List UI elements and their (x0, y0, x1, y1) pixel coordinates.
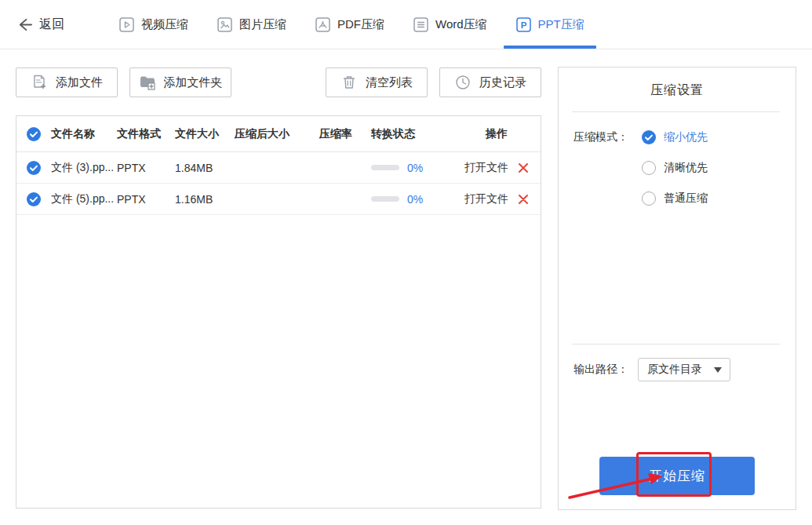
row-checkbox[interactable] (27, 161, 41, 175)
file-size: 1.84MB (175, 162, 235, 174)
compression-tabs: 视频压缩 图片压缩 PDF压缩 (119, 0, 584, 49)
radio-unchecked-icon (642, 161, 656, 175)
clear-list-button[interactable]: 清空列表 (326, 67, 428, 97)
col-header-status: 转换状态 (371, 127, 453, 141)
col-header-ratio: 压缩率 (319, 127, 371, 141)
col-header-size: 文件大小 (175, 127, 235, 141)
tab-video-compress[interactable]: 视频压缩 (119, 0, 188, 49)
tab-pdf-compress[interactable]: PDF压缩 (315, 0, 384, 49)
tab-label: Word压缩 (435, 17, 487, 32)
tab-image-compress[interactable]: 图片压缩 (217, 0, 286, 49)
divider (572, 344, 780, 345)
dropdown-caret-icon (714, 367, 722, 373)
history-button[interactable]: 历史记录 (439, 67, 541, 97)
add-file-label: 添加文件 (56, 75, 103, 90)
file-list-panel: 文件名称 文件格式 文件大小 压缩后大小 压缩率 转换状态 操作 文件 (3).… (16, 115, 541, 509)
output-path-dropdown[interactable]: 原文件目录 (638, 358, 730, 381)
file-size: 1.16MB (175, 193, 235, 206)
mode-label: 压缩模式： (573, 130, 642, 222)
mode-option-label: 缩小优先 (664, 130, 708, 144)
clear-list-label: 清空列表 (366, 75, 413, 90)
mode-option-label: 普通压缩 (664, 191, 708, 206)
file-name: 文件 (5).pp... (51, 192, 117, 206)
open-file-link[interactable]: 打开文件 (464, 161, 508, 175)
back-button[interactable]: 返回 (17, 16, 64, 33)
file-format: PPTX (117, 193, 175, 206)
row-checkbox[interactable] (27, 192, 41, 206)
mode-option-clarity-priority[interactable]: 清晰优先 (642, 161, 708, 175)
col-header-name: 文件名称 (51, 127, 117, 141)
top-nav-bar: 返回 视频压缩 图片压缩 (0, 0, 812, 49)
progress-percent: 0% (407, 193, 423, 206)
add-folder-label: 添加文件夹 (164, 75, 223, 90)
tab-ppt-compress[interactable]: P PPT压缩 (516, 0, 584, 49)
history-label: 历史记录 (479, 75, 526, 90)
progress-bar (371, 165, 399, 170)
mode-options: 缩小优先 清晰优先 普通压缩 (642, 130, 708, 222)
table-row: 文件 (3).pp... PPTX 1.84MB 0% 打开文件 (16, 152, 541, 184)
ppt-icon: P (516, 17, 531, 32)
back-arrow-icon (17, 17, 32, 32)
image-icon (217, 17, 232, 32)
mode-option-shrink-priority[interactable]: 缩小优先 (642, 130, 708, 144)
add-folder-button[interactable]: 添加文件夹 (129, 67, 231, 97)
conversion-status: 0% (371, 193, 453, 206)
col-header-format: 文件格式 (117, 127, 175, 141)
output-path-label: 输出路径： (573, 363, 638, 377)
file-format: PPTX (117, 162, 175, 174)
mode-option-label: 清晰优先 (664, 161, 708, 175)
add-file-button[interactable]: 添加文件 (16, 67, 118, 97)
file-name: 文件 (3).pp... (51, 161, 117, 175)
table-row: 文件 (5).pp... PPTX 1.16MB 0% 打开文件 (16, 184, 541, 215)
col-header-after-size: 压缩后大小 (235, 127, 319, 141)
word-icon (413, 17, 428, 32)
table-header: 文件名称 文件格式 文件大小 压缩后大小 压缩率 转换状态 操作 (16, 116, 541, 152)
tab-label: PDF压缩 (337, 17, 384, 32)
conversion-status: 0% (371, 162, 453, 174)
progress-percent: 0% (407, 162, 423, 174)
radio-unchecked-icon (642, 191, 656, 206)
mode-option-normal-compress[interactable]: 普通压缩 (642, 191, 708, 206)
active-tab-underline (504, 46, 596, 49)
output-path-value: 原文件目录 (647, 363, 702, 377)
add-file-icon (31, 74, 48, 91)
svg-text:P: P (520, 20, 526, 29)
radio-checked-icon (642, 130, 656, 144)
tab-label: PPT压缩 (538, 17, 584, 32)
start-compress-button[interactable]: 开始压缩 (599, 457, 755, 495)
remove-file-icon[interactable] (518, 194, 529, 205)
trash-icon (340, 74, 358, 91)
tab-word-compress[interactable]: Word压缩 (413, 0, 487, 49)
app-window: 返回 视频压缩 图片压缩 (0, 0, 812, 525)
play-icon (119, 17, 134, 32)
col-header-action: 操作 (453, 127, 541, 141)
tab-label: 图片压缩 (239, 17, 286, 32)
back-label: 返回 (39, 16, 64, 33)
settings-title: 压缩设置 (559, 67, 796, 99)
open-file-link[interactable]: 打开文件 (464, 192, 508, 206)
remove-file-icon[interactable] (518, 162, 529, 173)
progress-bar (371, 196, 399, 202)
compression-settings-panel: 压缩设置 压缩模式： 缩小优先 清晰优先 普通压缩 (558, 67, 796, 510)
add-folder-icon (139, 74, 156, 91)
tab-label: 视频压缩 (141, 17, 188, 32)
clock-icon (454, 74, 472, 91)
select-all-checkbox[interactable] (27, 127, 41, 141)
pdf-icon (315, 17, 330, 32)
